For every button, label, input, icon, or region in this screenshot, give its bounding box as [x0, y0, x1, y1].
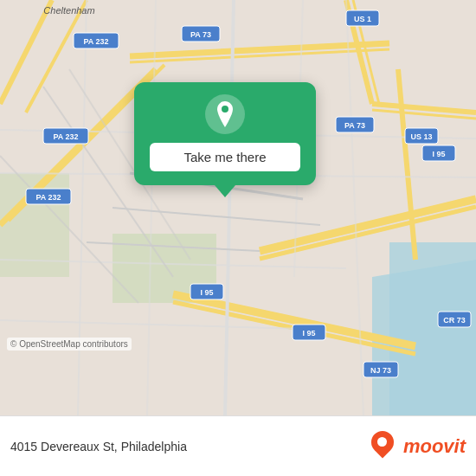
svg-text:I 95: I 95 — [302, 329, 315, 338]
moovit-logo: moovit — [369, 431, 466, 462]
moovit-text: moovit — [403, 435, 466, 458]
location-icon-wrapper — [205, 94, 245, 134]
location-pin-icon — [214, 101, 236, 127]
svg-text:PA 232: PA 232 — [35, 193, 61, 202]
map-view: PA 232 PA 73 US 1 PA 232 US 13 PA 232 PA… — [0, 0, 476, 415]
bottom-info-bar: 4015 Devereaux St, Philadelphia moovit — [0, 415, 476, 476]
svg-text:PA 73: PA 73 — [190, 30, 211, 39]
svg-text:CR 73: CR 73 — [443, 316, 466, 325]
svg-text:I 95: I 95 — [432, 150, 445, 158]
svg-text:Cheltenham: Cheltenham — [43, 5, 94, 16]
svg-text:NJ 73: NJ 73 — [370, 366, 391, 375]
address-label: 4015 Devereaux St, Philadelphia — [10, 440, 360, 453]
take-me-there-button[interactable]: Take me there — [150, 143, 300, 171]
svg-point-62 — [222, 106, 228, 113]
copyright-notice: © OpenStreetMap contributors — [7, 338, 132, 351]
svg-text:I 95: I 95 — [200, 288, 213, 297]
svg-text:PA 73: PA 73 — [344, 121, 365, 130]
svg-text:US 13: US 13 — [410, 132, 432, 141]
svg-text:US 1: US 1 — [354, 15, 371, 23]
location-popup: Take me there — [134, 82, 316, 185]
svg-text:PA 232: PA 232 — [83, 37, 108, 46]
svg-text:PA 232: PA 232 — [53, 132, 78, 141]
